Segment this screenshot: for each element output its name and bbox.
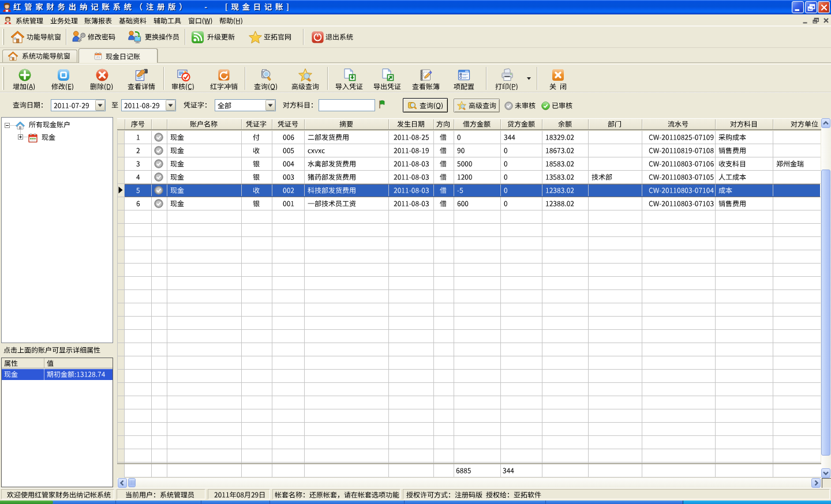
svg-text:21: 21 bbox=[96, 55, 100, 59]
